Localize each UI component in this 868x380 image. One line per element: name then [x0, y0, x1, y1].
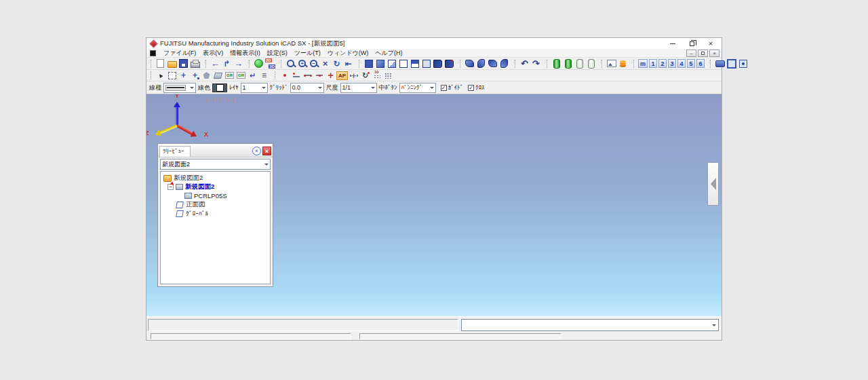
point-middle-button[interactable] — [313, 70, 325, 81]
pitch-grid-button[interactable] — [371, 70, 382, 81]
point-rotate-button[interactable] — [359, 70, 371, 81]
point-cross-button[interactable] — [325, 70, 336, 81]
display-wireframe-button[interactable] — [397, 58, 409, 69]
iso-view-3-button[interactable] — [487, 58, 498, 69]
menu-window[interactable]: ウィンドウ(W) — [324, 49, 372, 58]
scale-combo[interactable]: 1/1 — [340, 83, 377, 93]
point-ap-button[interactable]: AP — [336, 71, 348, 80]
return-button[interactable] — [247, 70, 258, 81]
toolbar-grip[interactable] — [151, 60, 153, 68]
iso-view-1-button[interactable] — [464, 58, 475, 69]
restore-button[interactable] — [682, 39, 701, 49]
toolbar-grip[interactable] — [601, 60, 604, 68]
menu-view[interactable]: 表示(V) — [199, 49, 226, 58]
new-document-button[interactable] — [155, 58, 166, 69]
menu-file[interactable]: ファイル(F) — [160, 49, 199, 58]
view-button-3[interactable]: 3 — [668, 59, 676, 68]
command-combo[interactable] — [461, 319, 719, 331]
zoom-out-button[interactable] — [308, 58, 319, 69]
display-section-button[interactable] — [409, 58, 420, 69]
close-button[interactable]: × — [701, 39, 720, 49]
parts-book-marked-button[interactable] — [443, 58, 455, 69]
point-cross-ticks-button[interactable] — [348, 70, 359, 81]
tree-node-front-view[interactable]: 正面図 — [162, 200, 269, 209]
layer-stack-button[interactable] — [617, 58, 629, 69]
toolbar-grip[interactable] — [515, 60, 517, 68]
zoom-cancel-button[interactable] — [319, 58, 331, 69]
display-shaded-button[interactable] — [374, 58, 386, 69]
point-free-button[interactable] — [279, 70, 290, 81]
point-on-element-button[interactable] — [290, 70, 302, 81]
cylinder-on-2-button[interactable] — [562, 58, 574, 69]
window-view-button[interactable] — [726, 58, 737, 69]
view-button-2[interactable]: 2 — [658, 59, 667, 68]
toolbar-grip[interactable] — [633, 60, 635, 68]
drawing-canvas[interactable]: ﾕｰｻﾞﾋﾞｭｰ1 Y X Z ﾂﾘｰﾋﾞｭｰ — [146, 94, 722, 316]
menu-help[interactable]: ヘルプ(H) — [372, 49, 406, 58]
mdi-minimize-button[interactable]: – — [686, 50, 696, 57]
select-cursor-button[interactable] — [155, 70, 166, 81]
cylinder-off-2-button[interactable] — [585, 58, 597, 69]
undo-button[interactable] — [519, 58, 530, 69]
iso-view-2-button[interactable] — [475, 58, 487, 69]
zoom-refresh-button[interactable] — [331, 58, 342, 69]
copy-point-button[interactable] — [189, 70, 201, 81]
forward-button[interactable] — [233, 58, 244, 69]
mdi-close-button[interactable]: × — [709, 50, 719, 57]
group-gr-2-button[interactable] — [235, 70, 247, 81]
select-region-button[interactable] — [166, 70, 178, 81]
zoom-search-button[interactable] — [285, 58, 296, 69]
grid-dots-button[interactable] — [382, 70, 394, 81]
menu-settings[interactable]: 設定(S) — [264, 49, 291, 58]
view-button-m[interactable]: m — [638, 59, 648, 68]
cross-checkbox[interactable] — [468, 85, 474, 91]
toolbar-grip[interactable] — [249, 60, 251, 68]
back-button[interactable] — [210, 58, 221, 69]
tag-button[interactable] — [212, 70, 224, 81]
view-button-4[interactable]: 4 — [677, 59, 686, 68]
toolbar-grip[interactable] — [275, 71, 277, 79]
tree-node-global[interactable]: ｸﾞﾛｰﾊﾞﾙ — [162, 209, 269, 218]
view-button-6[interactable]: 6 — [696, 59, 705, 68]
middle-button-combo[interactable]: ﾊﾟﾝﾆﾝｸﾞ — [399, 83, 436, 93]
zoom-in-button[interactable] — [296, 58, 308, 69]
iso-view-4-button[interactable] — [498, 58, 510, 69]
parts-globe-button[interactable] — [253, 58, 264, 69]
view-button-5[interactable]: 5 — [687, 59, 695, 68]
redo-button[interactable] — [530, 58, 542, 69]
grid-combo[interactable]: 0.0 — [290, 83, 324, 93]
fit-view-button[interactable] — [714, 58, 726, 69]
2d-3d-convert-button[interactable] — [264, 58, 276, 69]
guide-checkbox[interactable] — [441, 85, 447, 91]
tree-node-model[interactable]: 新規図面2 — [162, 183, 269, 191]
linetype-combo[interactable] — [163, 83, 196, 93]
group-gr-1-button[interactable] — [224, 70, 235, 81]
toolbar-grip[interactable] — [281, 60, 283, 68]
view-button-1[interactable]: 1 — [649, 59, 657, 68]
mdi-restore-button[interactable] — [698, 50, 708, 57]
list-button[interactable] — [258, 70, 270, 81]
tree-drawing-combo[interactable]: 新規図面2 — [160, 159, 271, 170]
display-half-shaded-button[interactable] — [386, 58, 397, 69]
cylinder-on-1-button[interactable] — [551, 58, 562, 69]
layer-combo[interactable]: 1 — [241, 83, 268, 93]
polygon-button[interactable] — [201, 70, 212, 81]
cylinder-off-1-button[interactable] — [574, 58, 585, 69]
save-button[interactable] — [178, 58, 189, 69]
move-point-button[interactable] — [178, 70, 189, 81]
menu-tools[interactable]: ツール(T) — [291, 49, 324, 58]
toolbar-grip[interactable] — [359, 60, 361, 68]
tree-panel-close-button[interactable] — [262, 147, 271, 155]
toolbar-grip[interactable] — [710, 60, 712, 68]
toolbar-grip[interactable] — [460, 60, 462, 68]
toolbar-grip[interactable] — [547, 60, 549, 68]
toolbar-grip[interactable] — [205, 60, 208, 68]
right-panel-expand-button[interactable] — [707, 162, 719, 206]
zoom-previous-button[interactable] — [342, 58, 354, 69]
tree-panel-titlebar[interactable]: ﾂﾘｰﾋﾞｭｰ — [158, 144, 273, 157]
tree-node-root[interactable]: 新規図面2 — [162, 174, 269, 183]
linecolor-swatch[interactable] — [212, 83, 227, 92]
branch-button[interactable] — [221, 58, 233, 69]
mdi-system-menu-icon[interactable] — [149, 50, 157, 56]
center-view-button[interactable] — [737, 58, 749, 69]
